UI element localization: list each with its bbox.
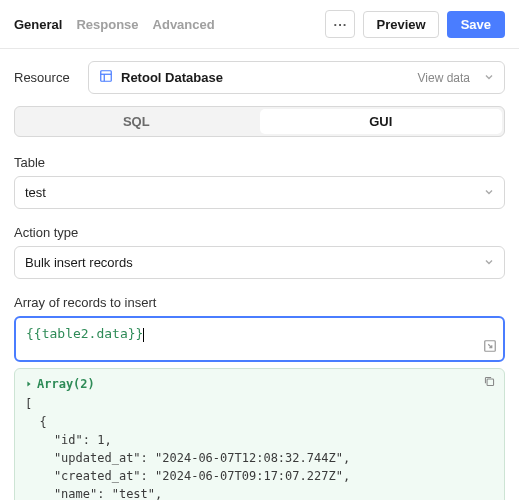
svg-rect-0: [101, 71, 112, 82]
records-code-input[interactable]: {{table2.data}}: [14, 316, 505, 362]
table-select[interactable]: test: [14, 176, 505, 209]
table-label: Table: [14, 155, 505, 170]
more-button[interactable]: ···: [325, 10, 355, 38]
tab-advanced[interactable]: Advanced: [153, 17, 215, 32]
resource-label: Resource: [14, 70, 78, 85]
view-data-link[interactable]: View data: [418, 71, 470, 85]
copy-icon[interactable]: [483, 375, 496, 391]
resource-value: Retool Database: [121, 70, 410, 85]
preview-heading[interactable]: Array(2): [25, 377, 494, 391]
mode-gui[interactable]: GUI: [260, 109, 503, 134]
chevron-down-icon: [484, 255, 494, 270]
chevron-down-icon: [484, 70, 494, 85]
action-type-select[interactable]: Bulk insert records: [14, 246, 505, 279]
tab-response[interactable]: Response: [76, 17, 138, 32]
result-preview-pane: Array(2) [ { "id": 1, "updated_at": "202…: [14, 368, 505, 500]
action-type-value: Bulk insert records: [25, 255, 133, 270]
resource-select[interactable]: Retool Database View data: [88, 61, 505, 94]
preview-button[interactable]: Preview: [363, 11, 438, 38]
expand-icon[interactable]: [483, 339, 497, 356]
table-value: test: [25, 185, 46, 200]
svg-rect-4: [487, 379, 494, 386]
mode-toggle: SQL GUI: [14, 106, 505, 137]
database-icon: [99, 69, 113, 86]
action-type-label: Action type: [14, 225, 505, 240]
tab-general[interactable]: General: [14, 17, 62, 32]
records-input-label: Array of records to insert: [14, 295, 505, 310]
preview-json-body: [ { "id": 1, "updated_at": "2024-06-07T1…: [25, 395, 494, 500]
chevron-down-icon: [484, 185, 494, 200]
caret-right-icon: [25, 377, 33, 391]
code-content: {{table2.data}}: [26, 326, 144, 341]
mode-sql[interactable]: SQL: [15, 107, 258, 136]
save-button[interactable]: Save: [447, 11, 505, 38]
